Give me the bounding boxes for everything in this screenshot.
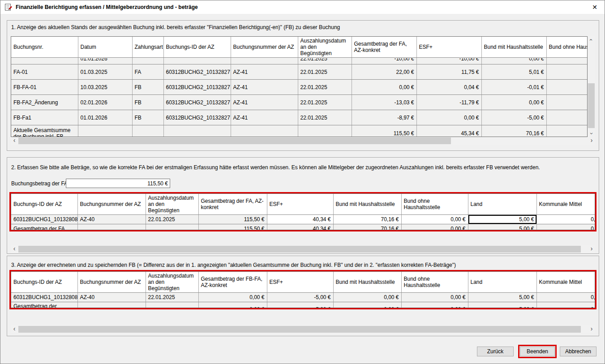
grid-cell: -8,97 €: [352, 110, 416, 125]
grid-cell: 01.01.2026: [78, 58, 132, 64]
grid-cell: [546, 110, 588, 125]
column-header: Land: [468, 194, 536, 215]
grid-cell: 5,00 €: [468, 224, 536, 231]
grid-cell: FA-01: [11, 64, 78, 80]
scroll-left-icon[interactable]: ‹: [11, 245, 18, 253]
editable-amount-cell[interactable]: 70,16 €: [333, 215, 401, 224]
grid-cell: 60312BUCHG2_10132827: [163, 110, 231, 125]
grid-cell: 115,50 €: [352, 125, 416, 137]
grid-cell: Aktuelle Gesamtsumme der Buchung inkl. F…: [11, 125, 78, 137]
grid-cell: [146, 224, 198, 231]
grid-cell: -5,00 €: [267, 293, 333, 302]
scroll-right-icon[interactable]: ›: [588, 137, 595, 145]
grid-cell: -0,01 €: [481, 80, 546, 95]
grid-cell: 22.01.2025: [298, 58, 352, 64]
grid-cell: AZ-41: [231, 110, 298, 125]
grid-cell: [546, 95, 588, 110]
grid-cell: [546, 64, 588, 80]
column-header: Buchungsnummer der AZ: [231, 37, 298, 58]
grid-cell: [146, 302, 198, 308]
column-header: Bund ohne Haushaltsstelle: [546, 37, 588, 58]
horizontal-scrollbar[interactable]: ‹ ›: [11, 137, 595, 145]
grid-cell: 70,16 €: [481, 125, 546, 137]
grid-cell: 10.03.2025: [78, 80, 132, 95]
grid-cell: 22,00 €: [352, 64, 416, 80]
editable-amount-cell[interactable]: 0,00 €: [401, 215, 468, 224]
column-header: Bund ohne Haushaltsstelle: [401, 272, 468, 293]
scroll-left-icon[interactable]: ‹: [11, 325, 18, 333]
grid-cell: [132, 125, 163, 137]
grid-cell: [78, 125, 132, 137]
grid-cell: FA: [132, 64, 163, 80]
grid-cell: AZ-40: [77, 293, 146, 302]
grid-cell: Gesamtbetrag der Buchung: [11, 302, 77, 308]
scroll-up-icon[interactable]: ‹: [588, 36, 595, 43]
grid-cell: Gesamtbetrag der FA: [11, 224, 77, 231]
grid-cell: 0,00 €: [401, 224, 468, 231]
grid-cell: 22.01.2025: [146, 215, 198, 224]
finish-button[interactable]: Beenden: [520, 347, 555, 356]
grid-cell: [546, 58, 588, 64]
column-header: Buchungsnr.: [11, 37, 78, 58]
grid-cell: AZ-41: [231, 80, 298, 95]
column-header: Bund mit Haushaltsstelle: [481, 37, 546, 58]
grid-cell: 60312BUCHG1_10132808: [11, 293, 77, 302]
grid-cell: 22.01.2025: [146, 293, 198, 302]
grid-cell: 5,01 €: [481, 64, 546, 80]
horizontal-scrollbar-thumb[interactable]: [18, 246, 581, 253]
vertical-scrollbar-thumb[interactable]: [588, 83, 595, 128]
table-row: 01.01.202622.01.2025-10,00 €-10,00 €0,00…: [11, 58, 588, 64]
fa-amount-input[interactable]: [66, 179, 170, 188]
editable-amount-cell[interactable]: 5,00 €: [468, 215, 536, 224]
grid-cell: 0,00 €: [401, 302, 468, 308]
grid-cell: [77, 224, 146, 231]
column-header: Gesamtbetrag der FB-FA, AZ-konkret: [198, 272, 267, 293]
grid-cell: 0,00 €: [198, 293, 267, 302]
grid-cell: 0,00 €: [481, 58, 546, 64]
grid-cell: 45,34 €: [416, 125, 481, 137]
scroll-right-icon[interactable]: ›: [588, 245, 595, 253]
grid-cell: FB-FA-01: [11, 80, 78, 95]
grid-cell: 5,00 €: [468, 302, 536, 308]
grid-cell: [546, 125, 588, 137]
editable-amount-cell[interactable]: 40,34 €: [267, 215, 333, 224]
vertical-scrollbar[interactable]: ‹ ‹: [588, 36, 595, 137]
header-row: Buchungs-ID der AZBuchungsnummer der AZA…: [11, 194, 595, 215]
grid-cell: 70,16 €: [333, 224, 401, 231]
scroll-right-icon[interactable]: ›: [588, 325, 595, 333]
horizontal-scrollbar[interactable]: ‹ ›: [11, 245, 595, 253]
grid-cell: 0,00 €: [401, 293, 468, 302]
header-row: Buchungsnr.DatumZahlungsartBuchungs-ID d…: [11, 37, 588, 58]
column-header: Buchungsnummer der AZ: [77, 272, 146, 293]
grid-cell: -10,00 €: [352, 58, 416, 64]
horizontal-scrollbar-thumb[interactable]: [18, 326, 581, 333]
grid-cell: 11,75 €: [416, 64, 481, 80]
column-header: Buchungs-ID der AZ: [163, 37, 231, 58]
back-button[interactable]: Zurück: [477, 347, 514, 356]
grid-cell: 0,00 €: [333, 302, 401, 308]
grid-cell: 0,00 €: [536, 224, 595, 231]
table-row: 60312BUCHG1_10132808AZ-4022.01.20250,00 …: [11, 293, 595, 302]
column-header: Bund mit Haushaltsstelle: [333, 194, 401, 215]
grid-cell: 0,04 €: [416, 80, 481, 95]
editable-amount-cell[interactable]: 0,00 €: [536, 215, 595, 224]
fa-entry-table: Buchungs-ID der AZBuchungsnummer der AZA…: [11, 194, 595, 230]
horizontal-scrollbar[interactable]: ‹ ›: [11, 325, 595, 333]
table-row: FB-Fa101.01.2026FB60312BUCHG2_10132827AZ…: [11, 110, 588, 125]
grid-cell: 22.01.2025: [298, 80, 352, 95]
close-button[interactable]: ✕: [588, 2, 601, 13]
horizontal-scrollbar-thumb[interactable]: [18, 137, 451, 144]
column-header: ESF+: [267, 272, 333, 293]
summary-row: Aktuelle Gesamtsumme der Buchung inkl. F…: [11, 125, 588, 137]
summary-row: Gesamtbetrag der FA115,50 €40,34 €70,16 …: [11, 224, 595, 231]
grid-cell: 60312BUCHG2_10132827: [163, 64, 231, 80]
grid-cell: FB: [132, 95, 163, 110]
dialog-window: Finanzielle Berichtigung erfassen / Mitt…: [0, 0, 605, 364]
column-header: Auszahlungsdatum an den Begünstigten: [298, 37, 352, 58]
title-bar: Finanzielle Berichtigung erfassen / Mitt…: [0, 0, 605, 14]
grid-cell: 0,00 €: [198, 302, 267, 308]
cancel-button[interactable]: Abbrechen: [560, 347, 596, 356]
scroll-down-icon[interactable]: ‹: [588, 130, 595, 137]
close-icon: ✕: [592, 4, 597, 11]
scroll-left-icon[interactable]: ‹: [11, 137, 18, 145]
